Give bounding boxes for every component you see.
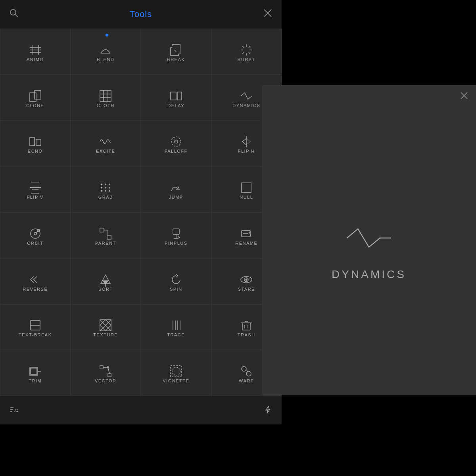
svg-text:AZ: AZ	[14, 409, 18, 413]
svg-point-47	[109, 190, 110, 192]
tool-pinplus[interactable]: PINPLUS	[141, 212, 211, 258]
tool-jump[interactable]: JUMP	[141, 166, 211, 212]
tools-footer: AZ	[0, 396, 282, 424]
tool-trash-label: TRASH	[238, 332, 255, 337]
svg-point-100	[242, 367, 246, 371]
tools-header: Tools	[0, 0, 282, 29]
sort-az-button[interactable]: AZ	[10, 406, 18, 415]
tool-clone-label: CLONE	[26, 103, 44, 108]
svg-line-1	[15, 14, 18, 17]
search-button[interactable]	[10, 9, 18, 20]
svg-rect-53	[100, 228, 104, 232]
tools-close-button[interactable]	[263, 9, 272, 20]
svg-rect-29	[36, 139, 41, 146]
tool-spin-label: SPIN	[170, 287, 182, 292]
svg-point-40	[105, 184, 106, 185]
tool-flip-v-label: FLIP V	[27, 195, 44, 200]
tool-parent-label: PARENT	[95, 241, 116, 246]
tool-pinplus-label: PINPLUS	[165, 241, 188, 246]
tools-title: Tools	[130, 9, 152, 19]
svg-point-43	[105, 187, 106, 188]
detail-panel: DYNAMICS	[262, 85, 476, 395]
svg-point-30	[171, 137, 181, 146]
tool-texture[interactable]: TEXTURE	[71, 304, 141, 350]
svg-line-59	[178, 237, 180, 238]
tool-texture-label: TEXTURE	[93, 332, 118, 337]
svg-line-52	[36, 231, 38, 233]
svg-point-41	[109, 184, 110, 185]
svg-rect-27	[178, 92, 182, 100]
tool-null-label: NULL	[240, 195, 253, 200]
tools-grid: ANIMO BLEND BREAK	[0, 29, 282, 396]
tools-panel: Tools ANIMO BL	[0, 0, 282, 424]
tool-sort-label: SORT	[98, 287, 113, 292]
tool-text-break[interactable]: TEXT-BREAK	[0, 304, 71, 350]
svg-line-10	[175, 50, 176, 52]
tool-text-break-label: TEXT-BREAK	[19, 332, 52, 337]
tool-blend[interactable]: BLEND	[71, 29, 141, 75]
svg-point-45	[101, 190, 102, 192]
tool-flip-h-label: FLIP H	[238, 149, 255, 154]
svg-rect-21	[100, 90, 111, 102]
detail-close-button[interactable]	[460, 92, 468, 102]
svg-point-49	[31, 229, 40, 238]
sort-az-icon: AZ	[10, 406, 18, 415]
tool-echo[interactable]: ECHO	[0, 121, 71, 167]
tool-reverse-label: REVERSE	[23, 287, 48, 292]
tool-falloff-label: FALLOFF	[165, 149, 188, 154]
svg-point-39	[101, 184, 102, 185]
tool-spin[interactable]: SPIN	[141, 258, 211, 304]
svg-point-99	[172, 367, 180, 375]
svg-line-15	[242, 46, 244, 48]
svg-line-16	[249, 52, 250, 54]
tool-blend-label: BLEND	[97, 57, 114, 62]
lightning-button[interactable]	[263, 405, 272, 415]
svg-point-0	[10, 10, 16, 15]
tool-break[interactable]: BREAK	[141, 29, 211, 75]
tool-jump-label: JUMP	[169, 195, 183, 200]
tool-burst-label: BURST	[238, 57, 255, 62]
tool-delay[interactable]: DELAY	[141, 75, 211, 121]
tool-falloff[interactable]: FALLOFF	[141, 121, 211, 167]
svg-point-44	[109, 187, 110, 188]
svg-rect-20	[35, 90, 41, 99]
tool-excite[interactable]: EXCITE	[71, 121, 141, 167]
tool-trim[interactable]: TRIM	[0, 350, 71, 396]
tool-vector[interactable]: VECTOR	[71, 350, 141, 396]
tool-cloth-label: CLOTH	[97, 103, 115, 108]
svg-point-46	[105, 190, 106, 192]
detail-header	[262, 85, 476, 108]
tool-grab[interactable]: GRAB	[71, 166, 141, 212]
tool-vignette[interactable]: VIGNETTE	[141, 350, 211, 396]
tool-reverse[interactable]: REVERSE	[0, 258, 71, 304]
svg-point-97	[107, 367, 109, 368]
tool-orbit-label: ORBIT	[27, 241, 43, 246]
tool-trim-label: TRIM	[29, 378, 42, 383]
tool-dynamics-label: DYNAMICS	[232, 103, 260, 108]
lightning-icon	[263, 405, 272, 414]
tool-vector-label: VECTOR	[95, 378, 117, 383]
tool-echo-label: ECHO	[28, 149, 43, 154]
tool-sort[interactable]: SORT	[71, 258, 141, 304]
detail-content: DYNAMICS	[262, 108, 476, 395]
tool-flip-v[interactable]: FLIP V	[0, 166, 71, 212]
svg-rect-55	[173, 229, 179, 234]
tool-clone[interactable]: CLONE	[0, 75, 71, 121]
detail-dynamics-icon	[345, 222, 393, 255]
tool-orbit[interactable]: ORBIT	[0, 212, 71, 258]
svg-line-62	[249, 230, 251, 237]
detail-title: DYNAMICS	[332, 268, 406, 281]
svg-rect-92	[31, 368, 37, 374]
tool-animo[interactable]: ANIMO	[0, 29, 71, 75]
svg-line-18	[242, 52, 244, 54]
tool-burst[interactable]: BURST	[211, 29, 282, 75]
tool-parent[interactable]: PARENT	[71, 212, 141, 258]
tool-cloth[interactable]: CLOTH	[71, 75, 141, 121]
tool-warp-label: WARP	[239, 378, 254, 383]
tool-vignette-label: VIGNETTE	[163, 378, 189, 383]
tool-trace[interactable]: TRACE	[141, 304, 211, 350]
svg-point-42	[101, 187, 102, 188]
svg-rect-94	[108, 374, 111, 377]
blend-dot-indicator	[106, 34, 108, 36]
svg-rect-19	[30, 93, 36, 102]
